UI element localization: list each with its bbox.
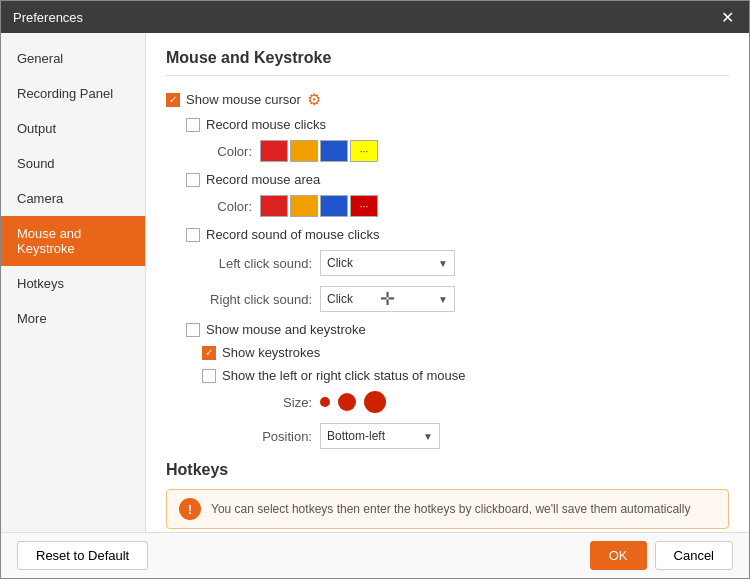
preferences-window: Preferences ✕ General Recording Panel Ou… <box>0 0 750 579</box>
position-value: Bottom-left <box>327 429 385 443</box>
record-mouse-area-label: Record mouse area <box>206 172 320 187</box>
position-row: Position: Bottom-left ▼ <box>202 423 729 449</box>
show-keystrokes-row: Show keystrokes <box>202 345 729 360</box>
sidebar-item-sound[interactable]: Sound <box>1 146 145 181</box>
sidebar-item-output[interactable]: Output <box>1 111 145 146</box>
show-keystrokes-checkbox[interactable] <box>202 346 216 360</box>
position-dropdown-arrow: ▼ <box>423 431 433 442</box>
show-mouse-keystroke-row: Show mouse and keystroke <box>186 322 729 337</box>
color-swatch-orange-area[interactable] <box>290 195 318 217</box>
size-large[interactable] <box>364 391 386 413</box>
position-dropdown[interactable]: Bottom-left ▼ <box>320 423 440 449</box>
show-mouse-keystroke-checkbox[interactable] <box>186 323 200 337</box>
color-label-clicks: Color: <box>202 144 252 159</box>
sidebar-item-more[interactable]: More <box>1 301 145 336</box>
close-button[interactable]: ✕ <box>717 7 737 27</box>
info-icon: ! <box>179 498 201 520</box>
gear-icon[interactable]: ⚙ <box>307 90 321 109</box>
title-bar: Preferences ✕ <box>1 1 749 33</box>
record-sound-row: Record sound of mouse clicks <box>186 227 729 242</box>
sidebar-item-camera[interactable]: Camera <box>1 181 145 216</box>
mouse-section-title: Mouse and Keystroke <box>166 49 729 76</box>
show-lr-status-row: Show the left or right click status of m… <box>202 368 729 383</box>
hotkeys-info-banner: ! You can select hotkeys then enter the … <box>166 489 729 529</box>
show-mouse-keystroke-label: Show mouse and keystroke <box>206 322 366 337</box>
record-mouse-clicks-row: Record mouse clicks <box>186 117 729 132</box>
footer: Reset to Default OK Cancel <box>1 532 749 578</box>
show-mouse-cursor-row: Show mouse cursor ⚙ <box>166 90 729 109</box>
sidebar-item-recording-panel[interactable]: Recording Panel <box>1 76 145 111</box>
size-row: Size: <box>202 391 729 413</box>
left-click-sound-value: Click <box>327 256 353 270</box>
right-click-sound-value: Click <box>327 292 353 306</box>
ok-button[interactable]: OK <box>590 541 647 570</box>
cancel-button[interactable]: Cancel <box>655 541 733 570</box>
left-click-dropdown-arrow: ▼ <box>438 258 448 269</box>
left-click-sound-label: Left click sound: <box>202 256 312 271</box>
color-clicks-row: Color: ··· <box>202 140 729 162</box>
content-area: General Recording Panel Output Sound Cam… <box>1 33 749 532</box>
right-click-sound-label: Right click sound: <box>202 292 312 307</box>
left-click-sound-row: Left click sound: Click ▼ <box>202 250 729 276</box>
hotkeys-title: Hotkeys <box>166 461 729 479</box>
right-click-dropdown-arrow: ▼ <box>438 294 448 305</box>
reset-button[interactable]: Reset to Default <box>17 541 148 570</box>
record-mouse-area-checkbox[interactable] <box>186 173 200 187</box>
record-sound-label: Record sound of mouse clicks <box>206 227 379 242</box>
color-more-clicks[interactable]: ··· <box>350 140 378 162</box>
window-title: Preferences <box>13 10 83 25</box>
footer-right: OK Cancel <box>590 541 733 570</box>
color-swatch-orange-clicks[interactable] <box>290 140 318 162</box>
record-sound-checkbox[interactable] <box>186 228 200 242</box>
size-medium[interactable] <box>338 393 356 411</box>
show-mouse-cursor-checkbox[interactable] <box>166 93 180 107</box>
sidebar-item-hotkeys[interactable]: Hotkeys <box>1 266 145 301</box>
record-mouse-area-row: Record mouse area <box>186 172 729 187</box>
sidebar: General Recording Panel Output Sound Cam… <box>1 33 146 532</box>
size-label: Size: <box>202 395 312 410</box>
show-lr-status-label: Show the left or right click status of m… <box>222 368 466 383</box>
hotkeys-section: Hotkeys ! You can select hotkeys then en… <box>166 461 729 529</box>
show-keystrokes-label: Show keystrokes <box>222 345 320 360</box>
sidebar-item-general[interactable]: General <box>1 41 145 76</box>
color-label-area: Color: <box>202 199 252 214</box>
record-mouse-clicks-checkbox[interactable] <box>186 118 200 132</box>
move-cursor-icon: ✛ <box>380 288 395 310</box>
color-area-row: Color: ··· <box>202 195 729 217</box>
right-click-sound-row: Right click sound: Click ✛ ▼ <box>202 286 729 312</box>
right-click-sound-dropdown[interactable]: Click ✛ ▼ <box>320 286 455 312</box>
show-lr-status-checkbox[interactable] <box>202 369 216 383</box>
hotkeys-info-text: You can select hotkeys then enter the ho… <box>211 502 690 516</box>
color-more-area[interactable]: ··· <box>350 195 378 217</box>
color-swatch-red-area[interactable] <box>260 195 288 217</box>
color-swatch-blue-area[interactable] <box>320 195 348 217</box>
color-swatch-blue-clicks[interactable] <box>320 140 348 162</box>
left-click-sound-dropdown[interactable]: Click ▼ <box>320 250 455 276</box>
position-label: Position: <box>202 429 312 444</box>
main-content: Mouse and Keystroke Show mouse cursor ⚙ … <box>146 33 749 532</box>
size-small[interactable] <box>320 397 330 407</box>
color-swatch-red-clicks[interactable] <box>260 140 288 162</box>
show-mouse-cursor-label: Show mouse cursor <box>186 92 301 107</box>
sidebar-item-mouse-keystroke[interactable]: Mouse and Keystroke <box>1 216 145 266</box>
record-mouse-clicks-label: Record mouse clicks <box>206 117 326 132</box>
